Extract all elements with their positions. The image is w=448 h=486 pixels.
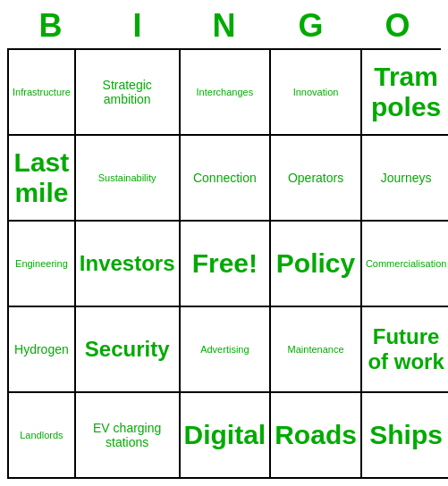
bingo-cell: Roads — [271, 393, 362, 479]
bingo-cell: Ships — [362, 393, 448, 479]
bingo-cell: Innovation — [271, 50, 362, 136]
bingo-cell: Landlords — [9, 393, 76, 479]
bingo-cell: Investors — [76, 222, 181, 307]
bingo-cell: Policy — [271, 222, 362, 307]
bingo-letter: N — [181, 7, 267, 45]
bingo-cell: Journeys — [362, 136, 448, 222]
bingo-cell: Maintenance — [271, 307, 362, 393]
bingo-letter: B — [7, 7, 94, 45]
bingo-cell: Infrastructure — [9, 50, 76, 136]
bingo-cell: Strategic ambition — [76, 50, 181, 136]
bingo-cell: Free! — [181, 222, 272, 307]
bingo-cell: EV charging stations — [76, 393, 181, 479]
bingo-cell: Engineering — [9, 222, 76, 307]
bingo-letter: G — [267, 7, 354, 45]
bingo-cell: Operators — [271, 136, 362, 222]
bingo-cell: Last mile — [9, 136, 76, 222]
bingo-cell: Future of work — [362, 307, 448, 393]
bingo-header: BINGO — [7, 7, 441, 45]
bingo-letter: O — [354, 7, 441, 45]
bingo-cell: Sustainability — [76, 136, 181, 222]
bingo-cell: Security — [76, 307, 181, 393]
bingo-cell: Tram poles — [362, 50, 448, 136]
bingo-cell: Commercialisation — [362, 222, 448, 307]
bingo-cell: Interchanges — [181, 50, 272, 136]
bingo-letter: I — [94, 7, 181, 45]
bingo-cell: Hydrogen — [9, 307, 76, 393]
bingo-cell: Connection — [181, 136, 272, 222]
bingo-cell: Advertising — [181, 307, 272, 393]
bingo-grid: InfrastructureStrategic ambitionIntercha… — [7, 48, 441, 479]
bingo-cell: Digital — [181, 393, 272, 479]
